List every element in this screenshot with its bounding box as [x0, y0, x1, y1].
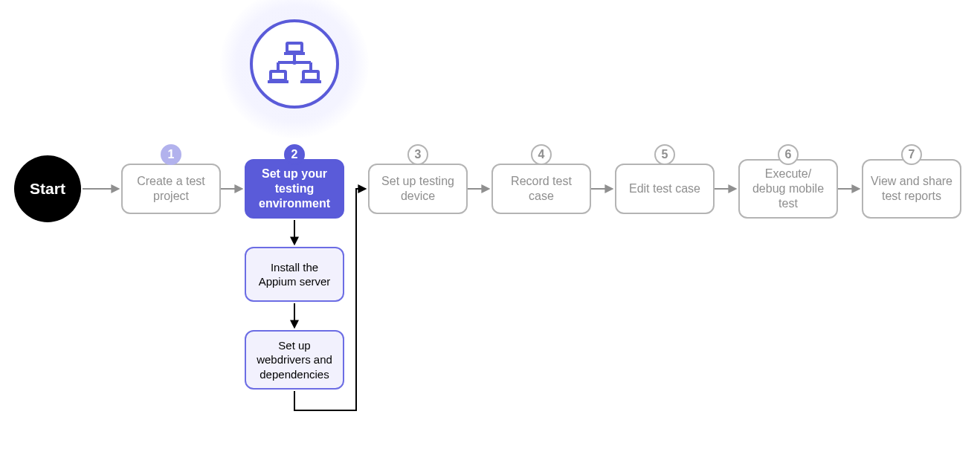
- substep-2a-box: Install the Appium server: [245, 247, 344, 302]
- step-4-label: Record test case: [500, 174, 582, 204]
- step-4-badge: 4: [531, 144, 552, 165]
- step-2-number: 2: [291, 148, 298, 161]
- step-7-label: View and share test reports: [871, 174, 952, 204]
- step-1-label: Create a test project: [130, 174, 212, 204]
- step-6-badge: 6: [778, 144, 799, 165]
- step-2-box: Set up your testing environment: [245, 159, 344, 219]
- svg-point-6: [292, 60, 297, 65]
- step-7-box: View and share test reports: [862, 159, 961, 219]
- step-7-badge: 7: [901, 144, 922, 165]
- step-2-label: Set up your testing environment: [254, 167, 335, 211]
- svg-rect-0: [287, 43, 302, 52]
- step-2-badge: 2: [284, 144, 305, 165]
- step-5-label: Edit test case: [624, 181, 706, 196]
- step-6-box: Execute/ debug mobile test: [738, 159, 838, 219]
- step-1-box: Create a test project: [121, 164, 221, 214]
- step-7-number: 7: [909, 148, 915, 161]
- step-1-number: 1: [168, 148, 175, 161]
- flowchart-stage: Start Create a test project 1 Set up you…: [0, 0, 980, 449]
- step-5-box: Edit test case: [615, 164, 715, 214]
- step-6-label: Execute/ debug mobile test: [747, 167, 829, 211]
- step-1-badge: 1: [161, 144, 181, 165]
- step-4-box: Record test case: [491, 164, 591, 214]
- step-3-label: Set up testing device: [377, 174, 459, 204]
- step-3-box: Set up testing device: [368, 164, 468, 214]
- network-hierarchy-icon: [268, 42, 321, 86]
- step-3-badge: 3: [407, 144, 428, 165]
- step-6-number: 6: [785, 148, 792, 161]
- substep-2b-box: Set up webdrivers and dependencies: [245, 330, 344, 390]
- step-5-number: 5: [662, 148, 668, 161]
- start-label: Start: [30, 180, 65, 198]
- svg-rect-7: [271, 71, 286, 80]
- svg-rect-9: [303, 71, 318, 80]
- connectors: [0, 0, 980, 449]
- step-3-number: 3: [415, 148, 422, 161]
- substep-2b-label: Set up webdrivers and dependencies: [254, 338, 335, 382]
- substep-2a-label: Install the Appium server: [254, 260, 335, 289]
- step-4-number: 4: [538, 148, 545, 161]
- step-2-icon-circle: [250, 19, 339, 109]
- step-5-badge: 5: [654, 144, 675, 165]
- start-node: Start: [14, 155, 81, 222]
